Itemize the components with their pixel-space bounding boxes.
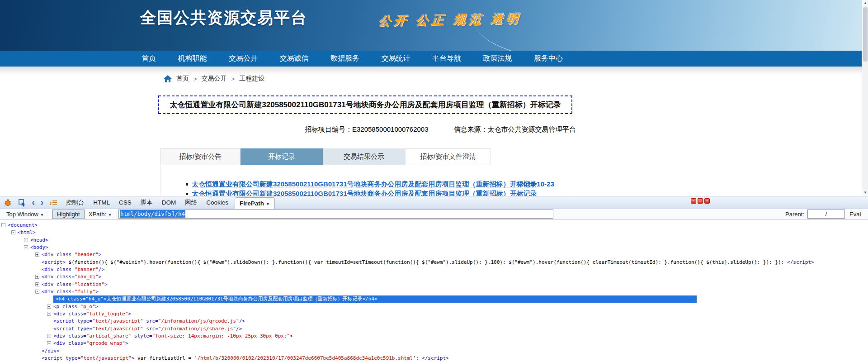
token-val: "text/javascript"	[92, 318, 143, 324]
token-tag: >	[128, 311, 132, 317]
firebug-tab-网络[interactable]: 网络	[185, 199, 197, 207]
collapse-icon[interactable]: -	[35, 290, 39, 294]
article-title-box: 太仓恒通置业有限公司新建320585002110GB01731号地块商务办公用房…	[158, 95, 572, 114]
scroll-down-arrow[interactable]: ▼	[862, 190, 868, 196]
panel-list-icon[interactable]: ›	[49, 200, 57, 206]
firebug-tab-CSS[interactable]: CSS	[119, 199, 132, 206]
token-attr: src=	[143, 318, 158, 324]
nav-item-首页[interactable]: 首页	[142, 54, 156, 63]
token-attr: class=	[54, 274, 75, 280]
breadcrumb-item-3[interactable]: 工程建设	[239, 75, 264, 83]
tree-node[interactable]: <div class="nav_bj">	[42, 273, 101, 281]
tree-node[interactable]: <div class="location">	[42, 281, 108, 288]
expand-icon[interactable]: +	[47, 312, 51, 316]
tree-node[interactable]: <script type="text/javascript"> var firs…	[42, 355, 449, 362]
firebug-tab-HTML[interactable]: HTML	[93, 199, 110, 206]
forward-icon[interactable]: ›	[40, 198, 43, 207]
tree-node[interactable]: <div class="artical_share" style="font-s…	[53, 333, 293, 340]
tree-node[interactable]: <div class="header">	[42, 251, 101, 258]
record-link[interactable]: 太仓恒通置业有限公司新建320585002110GB01731号地块商务办公用房…	[192, 190, 537, 196]
tree-node[interactable]: <div class="fully_toggle">	[53, 310, 131, 318]
tree-node[interactable]: <script type="text/javascript" src="/inf…	[53, 318, 245, 325]
collapse-icon[interactable]: -	[1, 223, 5, 227]
tree-node[interactable]: <script> $(function(){ $("#weixin").hove…	[42, 259, 814, 266]
tree-node[interactable]: <document>	[8, 222, 38, 229]
tab-交易结果公示[interactable]: 交易结果公示	[323, 148, 405, 165]
expand-icon[interactable]: +	[24, 238, 28, 242]
close-button[interactable]: ×	[704, 198, 710, 204]
xpath-selected-text: html/body/div[5]/h4	[120, 210, 185, 218]
site-banner: 全国公共资源交易平台 公开 公正 规范 透明	[0, 0, 868, 51]
back-icon[interactable]: ‹	[32, 198, 35, 207]
scroll-thumb[interactable]	[863, 7, 868, 62]
inspect-element-icon[interactable]	[18, 199, 26, 207]
tab-开标记录[interactable]: 开标记录	[241, 148, 323, 165]
xpath-input[interactable]: html/body/div[5]/h4	[118, 210, 553, 219]
tree-node[interactable]: <head>	[30, 237, 48, 244]
tree-line: +<div class="header">	[0, 251, 862, 258]
expand-icon[interactable]: +	[47, 341, 51, 345]
nav-item-交易统计[interactable]: 交易统计	[382, 54, 410, 63]
home-icon[interactable]	[164, 75, 172, 82]
tree-line: <h4 class="h4_o">太仓恒通置业有限公司新建32058500211…	[0, 295, 862, 303]
token-plain: $(function(){ $("#weixin").hover(functio…	[66, 259, 787, 265]
token-val: "font-size: 14px;margin: -10px 25px 30px…	[152, 333, 290, 339]
list-item: 太仓恒通置业有限公司新建320585002110GB01731号地块商务办公用房…	[186, 180, 537, 189]
tree-line: +<div class="qrcode_wrap">	[0, 340, 862, 347]
minimize-button[interactable]: −	[691, 198, 696, 204]
nav-item-机构职能[interactable]: 机构职能	[178, 54, 207, 63]
tree-node[interactable]: <div class="banner"/>	[42, 266, 104, 273]
tree-node[interactable]: <html>	[18, 229, 36, 236]
expand-icon[interactable]: +	[35, 275, 39, 279]
eval-button[interactable]: Eval	[849, 211, 861, 218]
firebug-tab-脚本[interactable]: 脚本	[141, 199, 153, 207]
tree-node[interactable]: <p class="p_o">	[53, 303, 98, 310]
window-select[interactable]: Top Window ▼	[6, 211, 44, 218]
firebug-bug-icon[interactable]	[4, 199, 12, 206]
expand-icon[interactable]: +	[35, 282, 39, 286]
tree-node[interactable]: </div>	[42, 348, 60, 355]
record-link[interactable]: 太仓恒通置业有限公司新建320585002110GB01731号地块商务办公用房…	[192, 180, 537, 189]
tree-node[interactable]: <script type="text/javascript" src="/inf…	[53, 325, 242, 333]
expand-icon[interactable]: +	[47, 334, 51, 338]
collapse-icon[interactable]: -	[11, 230, 15, 234]
firebug-tab-Cookies[interactable]: Cookies	[206, 199, 228, 206]
tree-node[interactable]: <div class="qrcode_wrap">	[53, 340, 128, 347]
parent-input[interactable]: /	[807, 210, 845, 219]
token-attr: class=	[66, 311, 86, 317]
nav-item-平台导航[interactable]: 平台导航	[432, 54, 461, 63]
tree-node[interactable]: <div class="fully">	[42, 288, 99, 295]
token-tag: <h4	[56, 296, 65, 302]
tab-招标/资审文件澄清[interactable]: 招标/资审文件澄清	[405, 148, 491, 165]
scroll-up-arrow[interactable]: ▲	[862, 0, 868, 6]
highlight-button[interactable]: Highlight	[52, 210, 85, 219]
tree-line: <script type="text/javascript"> var firs…	[0, 355, 862, 362]
nav-item-政策法规[interactable]: 政策法规	[483, 54, 512, 63]
page-scrollbar[interactable]: ▲ ▼	[862, 0, 868, 196]
nav-item-服务中心[interactable]: 服务中心	[534, 54, 563, 63]
nav-item-交易诚信[interactable]: 交易诚信	[280, 54, 309, 63]
collapse-icon[interactable]: -	[24, 245, 28, 249]
token-tag: <div	[42, 289, 54, 295]
xpath-mode-select[interactable]: XPath: ▼	[89, 211, 112, 218]
firebug-tab-控制台[interactable]: 控制台	[66, 199, 85, 207]
breadcrumb-item-2[interactable]: 交易公开	[202, 75, 227, 83]
token-tag: >	[99, 252, 102, 257]
firebug-tab-DOM[interactable]: DOM	[162, 199, 176, 206]
expand-icon[interactable]: +	[47, 305, 51, 309]
token-tag: />	[236, 326, 242, 332]
nav-item-交易公开[interactable]: 交易公开	[229, 54, 258, 63]
selected-node[interactable]: <h4 class="h4_o">太仓恒通置业有限公司新建32058500211…	[53, 295, 697, 303]
tree-node[interactable]: <body>	[30, 244, 48, 251]
tree-line: <div class="banner"/>	[0, 266, 862, 273]
restore-button[interactable]: □	[698, 198, 703, 204]
token-tag: <div	[53, 333, 66, 339]
nav-item-数据服务[interactable]: 数据服务	[330, 54, 359, 63]
tab-招标/资审公告[interactable]: 招标/资审公告	[160, 148, 241, 165]
expand-icon[interactable]: +	[35, 252, 39, 257]
breadcrumb-item-1[interactable]: 首页	[176, 75, 189, 83]
firebug-tab-FirePath[interactable]: FirePath▼	[235, 197, 275, 210]
breadcrumb-separator: >	[193, 76, 197, 82]
info-source-value: 太仓市公共资源交易管理平台	[488, 125, 576, 133]
token-val: "/information/js/share.js"	[158, 326, 236, 332]
